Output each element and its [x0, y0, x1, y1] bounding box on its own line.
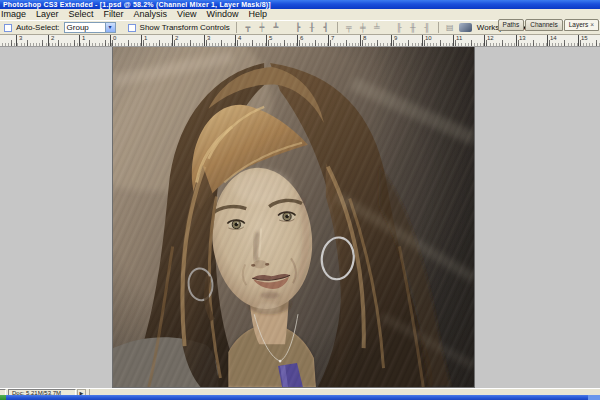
ruler-number: 13: [518, 35, 526, 42]
tab-paths[interactable]: Paths: [498, 19, 525, 31]
horizontal-ruler[interactable]: 3 2 1 0 1 2 3 4 5 6 7 8 9 10 11 12 13 14…: [0, 35, 600, 47]
ruler-number: 10: [424, 35, 432, 42]
auto-select-dropdown[interactable]: Group ▾: [64, 22, 116, 33]
separator: [337, 22, 338, 33]
distribute-top-edges-icon[interactable]: ╤: [344, 21, 354, 34]
ruler-number: 3: [18, 35, 22, 42]
ruler-number: 8: [362, 35, 366, 42]
ruler-number: 2: [174, 35, 178, 42]
distribute-left-edges-icon[interactable]: ╟: [394, 21, 404, 34]
menu-strip: File Edit Image Layer Select Filter Anal…: [0, 9, 272, 20]
separator: [236, 22, 237, 33]
auto-select-label: Auto-Select:: [16, 23, 60, 32]
ruler-number: 3: [206, 35, 210, 42]
distribute-vertical-centers-icon[interactable]: ╪: [358, 21, 368, 34]
document-canvas[interactable]: [112, 47, 475, 388]
tab-layers[interactable]: Layers×: [564, 19, 599, 31]
show-transform-label: Show Transform Controls: [140, 23, 230, 32]
ruler-number: 7: [330, 35, 334, 42]
distribute-right-edges-icon[interactable]: ╢: [422, 21, 432, 34]
distribute-bottom-edges-icon[interactable]: ╧: [372, 21, 382, 34]
menu-filter[interactable]: Filter: [99, 9, 129, 20]
ruler-number: 5: [268, 35, 272, 42]
ruler-number: 15: [580, 35, 588, 42]
ruler-number: 14: [549, 35, 557, 42]
align-bottom-edges-icon[interactable]: ┻: [271, 21, 281, 34]
ruler-number: 12: [486, 35, 494, 42]
auto-select-value: Group: [65, 23, 105, 32]
ruler-number: 4: [237, 35, 241, 42]
separator: [438, 22, 439, 33]
menu-view[interactable]: View: [172, 9, 201, 20]
start-button[interactable]: [0, 395, 6, 400]
portrait-image: [113, 47, 474, 387]
window-title: Photoshop CS3 Extended - [1.psd @ 58.2% …: [3, 0, 271, 9]
auto-align-layers-icon[interactable]: ▤: [445, 21, 455, 34]
workspace-area: [0, 47, 600, 388]
ruler-number: 6: [299, 35, 303, 42]
status-bar: Doc: 5.21M/53.7M ▶: [0, 388, 600, 395]
auto-select-checkbox[interactable]: [4, 24, 12, 32]
ruler-number: 1: [81, 35, 85, 42]
brushed-texture-overlay: [113, 47, 474, 387]
align-right-edges-icon[interactable]: ┫: [321, 21, 331, 34]
menu-layer[interactable]: Layer: [31, 9, 64, 20]
menu-help[interactable]: Help: [243, 9, 272, 20]
menu-analysis[interactable]: Analysis: [129, 9, 173, 20]
ruler-number: 9: [393, 35, 397, 42]
close-icon[interactable]: ×: [590, 21, 594, 28]
tab-channels[interactable]: Channels: [525, 19, 562, 31]
bridge-icon[interactable]: [459, 23, 472, 32]
title-bar[interactable]: Photoshop CS3 Extended - [1.psd @ 58.2% …: [0, 0, 600, 9]
align-vertical-centers-icon[interactable]: ┿: [257, 21, 267, 34]
taskbar-tray[interactable]: [588, 395, 600, 400]
photoshop-window: Photoshop CS3 Extended - [1.psd @ 58.2% …: [0, 0, 600, 400]
palette-tab-strip: Paths Channels Layers×: [498, 19, 599, 31]
align-horizontal-centers-icon[interactable]: ╂: [307, 21, 317, 34]
windows-taskbar[interactable]: [0, 395, 600, 400]
distribute-horizontal-centers-icon[interactable]: ╫: [408, 21, 418, 34]
ruler-number: 1: [143, 35, 147, 42]
menu-image[interactable]: Image: [0, 9, 31, 20]
align-left-edges-icon[interactable]: ┣: [293, 21, 303, 34]
align-top-edges-icon[interactable]: ┳: [243, 21, 253, 34]
ruler-number: 0: [112, 35, 116, 42]
tab-layers-label: Layers: [569, 21, 589, 28]
menu-window[interactable]: Window: [201, 9, 243, 20]
ruler-number: 11: [455, 35, 462, 42]
show-transform-checkbox[interactable]: [128, 24, 136, 32]
menu-select[interactable]: Select: [64, 9, 99, 20]
dropdown-arrow-icon: ▾: [105, 23, 115, 32]
ruler-number: 2: [50, 35, 54, 42]
